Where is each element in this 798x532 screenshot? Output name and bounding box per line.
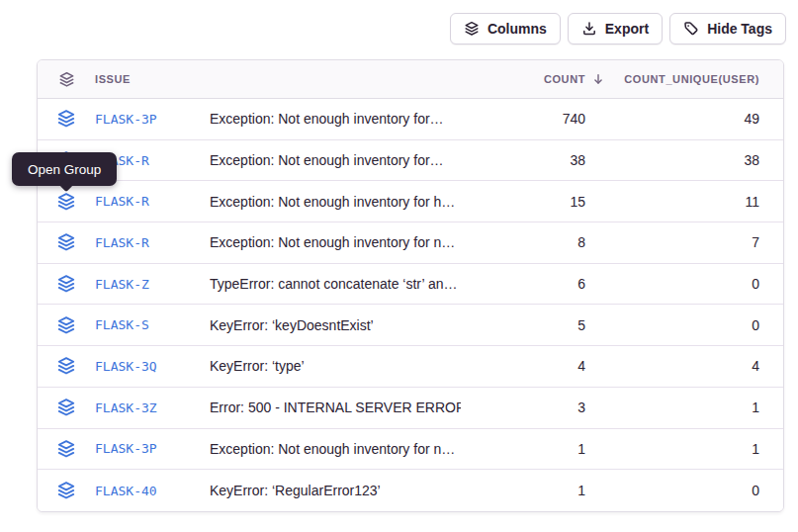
count-unique-value: 1: [601, 441, 759, 457]
count-value: 4: [477, 358, 585, 374]
issue-id-link[interactable]: FLASK-40: [95, 484, 194, 498]
count-unique-value: 38: [601, 152, 759, 168]
issue-title: Exception: Not enough inventory for h…: [210, 194, 461, 210]
issue-id-link[interactable]: FLASK-R: [95, 194, 194, 209]
open-group-stack-icon[interactable]: [53, 232, 79, 252]
issue-id-link[interactable]: FLASK-Z: [95, 277, 194, 292]
table-row: FLASK-R Exception: Not enough inventory …: [38, 140, 783, 182]
table-row: FLASK-3Q KeyError: ‘type’ 4 4: [38, 346, 783, 388]
toolbar: Columns Export Hide Tags: [450, 13, 786, 44]
issue-title: KeyError: ‘keyDoesntExist’: [210, 317, 461, 333]
issue-id-link[interactable]: FLASK-R: [95, 235, 194, 250]
hide-tags-button[interactable]: Hide Tags: [669, 13, 786, 44]
issue-title: KeyError: ‘type’: [210, 358, 461, 374]
issue-title: Exception: Not enough inventory for n…: [210, 234, 461, 250]
count-unique-value: 0: [601, 483, 759, 498]
count-unique-value: 1: [601, 399, 759, 415]
column-header-count-unique[interactable]: COUNT_UNIQUE(USER): [601, 73, 759, 85]
open-group-stack-icon[interactable]: [53, 439, 79, 459]
count-unique-value: 49: [601, 111, 759, 127]
export-button-label: Export: [605, 21, 649, 37]
table-row: FLASK-40 KeyError: ‘RegularError123’ 1 0: [38, 470, 783, 511]
results-table: ISSUE COUNT COUNT_UNIQUE(USER) FLASK-3P …: [37, 59, 784, 512]
table-header-row: ISSUE COUNT COUNT_UNIQUE(USER): [38, 60, 783, 99]
issue-title: Exception: Not enough inventory for…: [210, 152, 461, 168]
open-group-stack-icon[interactable]: [53, 109, 79, 129]
count-value: 1: [477, 483, 585, 498]
issue-id-link[interactable]: FLASK-3P: [95, 112, 194, 127]
open-group-stack-icon[interactable]: [53, 398, 79, 417]
stack-icon: [464, 21, 480, 37]
column-header-issue[interactable]: ISSUE: [95, 73, 194, 85]
table-body: FLASK-3P Exception: Not enough inventory…: [38, 99, 783, 511]
count-value: 38: [477, 152, 585, 168]
table-row: FLASK-R Exception: Not enough inventory …: [38, 222, 783, 264]
issue-id-link[interactable]: FLASK-3Q: [95, 359, 194, 374]
download-icon: [581, 21, 597, 37]
table-row: FLASK-3P Exception: Not enough inventory…: [38, 99, 783, 140]
columns-button[interactable]: Columns: [450, 13, 561, 44]
issue-id-link[interactable]: FLASK-3Z: [95, 400, 194, 415]
sort-arrow-down-icon: [592, 73, 604, 85]
count-unique-value: 7: [601, 234, 759, 250]
export-button[interactable]: Export: [568, 13, 663, 44]
count-unique-value: 11: [601, 194, 759, 210]
open-group-stack-icon[interactable]: [53, 315, 79, 335]
count-value: 6: [477, 276, 585, 292]
count-value: 15: [477, 194, 585, 210]
open-group-stack-icon[interactable]: [53, 274, 79, 294]
issue-title: Exception: Not enough inventory for…: [210, 111, 461, 127]
count-value: 5: [477, 317, 585, 333]
issue-title: Error: 500 - INTERNAL SERVER ERROR: [210, 399, 461, 415]
open-group-tooltip: Open Group: [12, 152, 117, 186]
table-row: FLASK-Z TypeError: cannot concatenate ‘s…: [38, 264, 783, 306]
count-unique-value: 0: [601, 276, 759, 292]
columns-button-label: Columns: [488, 21, 547, 37]
hide-tags-button-label: Hide Tags: [707, 21, 772, 37]
table-row: FLASK-S KeyError: ‘keyDoesntExist’ 5 0: [38, 305, 783, 346]
tooltip-label: Open Group: [28, 162, 101, 177]
count-unique-value: 0: [601, 317, 759, 333]
table-row: FLASK-3P Exception: Not enough inventory…: [38, 429, 783, 471]
issue-title: KeyError: ‘RegularError123’: [210, 483, 461, 498]
tag-icon: [683, 21, 699, 37]
table-row: FLASK-3Z Error: 500 - INTERNAL SERVER ER…: [38, 388, 783, 429]
issue-id-link[interactable]: FLASK-3P: [95, 441, 194, 456]
open-group-stack-icon[interactable]: [53, 192, 79, 212]
column-header-count[interactable]: COUNT: [477, 73, 585, 85]
stack-icon: [53, 71, 79, 88]
count-value: 1: [477, 441, 585, 457]
issue-title: Exception: Not enough inventory for n…: [210, 441, 461, 457]
issue-id-link[interactable]: FLASK-S: [95, 317, 194, 332]
issue-title: TypeError: cannot concatenate ‘str’ an…: [210, 276, 461, 292]
count-value: 8: [477, 234, 585, 250]
count-unique-value: 4: [601, 358, 759, 374]
count-value: 740: [477, 111, 585, 127]
count-value: 3: [477, 399, 585, 415]
open-group-stack-icon[interactable]: [53, 356, 79, 376]
table-row: FLASK-R Exception: Not enough inventory …: [38, 181, 783, 222]
open-group-stack-icon[interactable]: [53, 481, 79, 500]
